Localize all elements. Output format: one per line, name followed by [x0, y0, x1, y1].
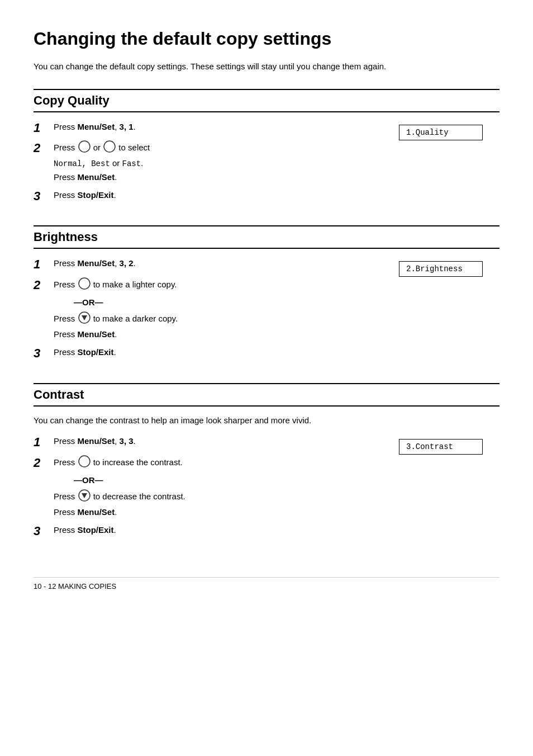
step-main-copy-quality-2: Press or to select	[54, 140, 150, 157]
step-brightness-3: 3Press Stop/Exit.	[34, 346, 382, 362]
steps-brightness: 1Press Menu/Set, 3, 2.2Press to make a l…	[34, 257, 382, 366]
step-content-contrast-3: Press Stop/Exit.	[54, 523, 116, 537]
step-contrast-3: 3Press Stop/Exit.	[34, 523, 382, 540]
section-desc-contrast: You can change the contrast to help an i…	[34, 414, 499, 427]
step-brightness-1: 1Press Menu/Set, 3, 2.	[34, 257, 382, 273]
svg-marker-11	[82, 493, 87, 498]
section-copy-quality: Copy Quality1Press Menu/Set, 3, 1.2Press…	[34, 89, 499, 209]
sections-container: Copy Quality1Press Menu/Set, 3, 1.2Press…	[34, 89, 499, 544]
down-arrow-icon	[78, 311, 91, 328]
step-number-contrast-1: 1	[34, 434, 50, 451]
intro-text: You can change the default copy settings…	[34, 60, 499, 73]
step-number-brightness-2: 2	[34, 277, 50, 294]
svg-point-2	[104, 141, 115, 152]
down-arrow-icon	[103, 140, 116, 157]
section-brightness: Brightness1Press Menu/Set, 3, 2.2Press t…	[34, 225, 499, 366]
or-text-contrast-2: Press to decrease the contrast.	[54, 489, 185, 505]
substep-brightness-2-1: Press Menu/Set.	[54, 328, 178, 341]
step-copy-quality-3: 3Press Stop/Exit.	[34, 188, 382, 205]
step-content-brightness-2: Press to make a lighter copy.—OR—Press t…	[54, 277, 178, 341]
up-arrow-icon	[78, 140, 91, 157]
step-contrast-2: 2Press to increase the contrast.—OR—Pres…	[34, 455, 382, 519]
step-option-copy-quality-2: Normal, Best or Fast.	[54, 157, 150, 170]
steps-contrast: 1Press Menu/Set, 3, 3.2Press to increase…	[34, 434, 382, 544]
up-arrow-icon	[78, 277, 91, 294]
step-main-brightness-1: Press Menu/Set, 3, 2.	[54, 257, 136, 270]
section-contrast: ContrastYou can change the contrast to h…	[34, 383, 499, 544]
step-main-brightness-2: Press to make a lighter copy.	[54, 277, 178, 294]
page-title: Changing the default copy settings	[34, 28, 499, 49]
lcd-container-contrast: 3.Contrast	[399, 434, 499, 455]
step-content-brightness-3: Press Stop/Exit.	[54, 346, 116, 359]
section-header-brightness: Brightness	[34, 225, 499, 249]
step-number-copy-quality-2: 2	[34, 140, 50, 157]
section-heading-brightness: Brightness	[34, 230, 499, 244]
step-content-contrast-2: Press to increase the contrast.—OR—Press…	[54, 455, 185, 519]
lcd-display-brightness: 2.Brightness	[399, 261, 483, 277]
footer: 10 - 12 MAKING COPIES	[34, 577, 499, 590]
or-divider-contrast-2: —OR—	[74, 474, 185, 487]
section-header-copy-quality: Copy Quality	[34, 89, 499, 112]
step-contrast-1: 1Press Menu/Set, 3, 3.	[34, 434, 382, 451]
step-number-brightness-3: 3	[34, 346, 50, 362]
steps-copy-quality: 1Press Menu/Set, 3, 1.2Press or to selec…	[34, 120, 382, 209]
step-number-copy-quality-3: 3	[34, 188, 50, 205]
step-content-copy-quality-2: Press or to selectNormal, Best or Fast.P…	[54, 140, 150, 183]
svg-point-8	[79, 456, 90, 467]
step-number-brightness-1: 1	[34, 257, 50, 273]
footer-text: 10 - 12 MAKING COPIES	[34, 582, 116, 590]
step-copy-quality-1: 1Press Menu/Set, 3, 1.	[34, 120, 382, 136]
down-arrow-icon	[78, 489, 91, 505]
step-number-copy-quality-1: 1	[34, 120, 50, 136]
up-arrow-icon	[78, 455, 91, 471]
lcd-container-copy-quality: 1.Quality	[399, 120, 499, 140]
step-number-contrast-3: 3	[34, 523, 50, 540]
lcd-display-contrast: 3.Contrast	[399, 439, 483, 455]
step-brightness-2: 2Press to make a lighter copy.—OR—Press …	[34, 277, 382, 341]
or-divider-brightness-2: —OR—	[74, 296, 178, 309]
section-body-contrast: 1Press Menu/Set, 3, 3.2Press to increase…	[34, 434, 499, 544]
step-main-copy-quality-1: Press Menu/Set, 3, 1.	[54, 120, 136, 134]
svg-point-0	[79, 141, 90, 152]
section-heading-contrast: Contrast	[34, 388, 499, 402]
svg-marker-7	[82, 315, 87, 320]
step-content-copy-quality-3: Press Stop/Exit.	[54, 188, 116, 202]
step-main-contrast-2: Press to increase the contrast.	[54, 455, 185, 471]
svg-point-4	[79, 278, 90, 289]
section-body-copy-quality: 1Press Menu/Set, 3, 1.2Press or to selec…	[34, 120, 499, 209]
lcd-display-copy-quality: 1.Quality	[399, 125, 483, 140]
step-number-contrast-2: 2	[34, 455, 50, 471]
step-main-brightness-3: Press Stop/Exit.	[54, 346, 116, 359]
step-main-contrast-1: Press Menu/Set, 3, 3.	[54, 434, 136, 448]
or-text-brightness-2: Press to make a darker copy.	[54, 311, 178, 328]
step-content-brightness-1: Press Menu/Set, 3, 2.	[54, 257, 136, 270]
section-heading-copy-quality: Copy Quality	[34, 93, 499, 108]
step-main-contrast-3: Press Stop/Exit.	[54, 523, 116, 537]
section-body-brightness: 1Press Menu/Set, 3, 2.2Press to make a l…	[34, 257, 499, 366]
step-content-copy-quality-1: Press Menu/Set, 3, 1.	[54, 120, 136, 134]
substep-contrast-2-1: Press Menu/Set.	[54, 505, 185, 519]
step-content-contrast-1: Press Menu/Set, 3, 3.	[54, 434, 136, 448]
step-copy-quality-2: 2Press or to selectNormal, Best or Fast.…	[34, 140, 382, 183]
step-main-copy-quality-3: Press Stop/Exit.	[54, 188, 116, 202]
section-header-contrast: Contrast	[34, 383, 499, 407]
substep-copy-quality-2-1: Press Menu/Set.	[54, 171, 150, 184]
lcd-container-brightness: 2.Brightness	[399, 257, 499, 277]
